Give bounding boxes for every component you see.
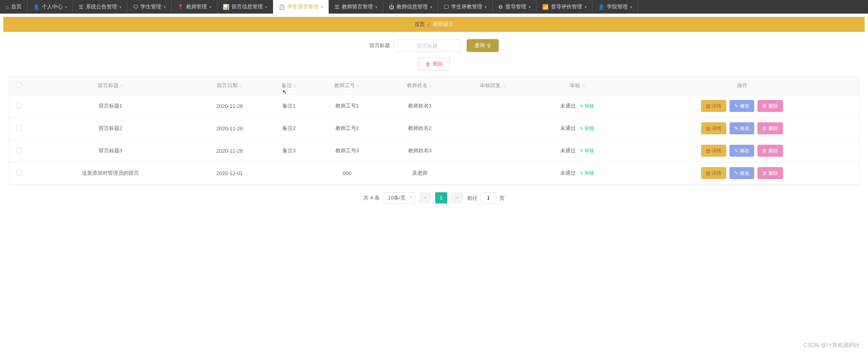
cell-tid: 教师工号2 [311,117,383,140]
edit-icon: ✎ [580,126,583,131]
trash-icon: 🗑 [762,103,767,109]
trash-icon: 🗑 [425,61,430,67]
col-header-0[interactable]: 留言标题◇ [29,76,192,95]
page-number-1[interactable]: 1 [435,192,447,203]
row-delete-button[interactable]: 🗑删除 [757,100,783,112]
edit-button[interactable]: ✎修改 [729,122,754,134]
edit-button[interactable]: ✎修改 [729,145,754,157]
detail-button[interactable]: ▤详情 [701,145,726,157]
col-label: 审核回复 [480,82,501,88]
col-header-3[interactable]: 教师工号◇ [311,76,383,95]
breadcrumb-home[interactable]: 首页 [414,21,425,28]
nav-item-7[interactable]: ☰教师留言管理▾ [329,0,383,14]
trash-icon: 🗑 [762,126,767,131]
col-header-1[interactable]: 留言日期◇ [192,76,267,95]
prev-page-button[interactable]: < [419,192,431,203]
audit-label: 审核 [585,148,594,154]
row-checkbox[interactable] [16,103,22,108]
nav-label: 教师信息管理 [396,3,428,10]
jump-suffix: 页 [499,195,505,201]
cell-tname: 吴老师 [383,162,456,184]
edit-button[interactable]: ✎修改 [729,100,754,112]
chevron-down-icon: ▾ [65,5,67,9]
query-button-label: 查询 [474,42,485,49]
sort-icon: ◇ [502,84,505,88]
pencil-icon: ✎ [734,170,738,176]
next-page-button[interactable]: > [451,192,463,203]
nav-item-11[interactable]: 📶督导评价管理▾ [537,0,593,14]
row-checkbox[interactable] [16,125,22,131]
col-label: 留言标题 [98,82,119,88]
row-delete-button[interactable]: 🗑删除 [757,122,783,134]
edit-button[interactable]: ✎修改 [729,167,754,179]
nav-item-6[interactable]: 📋学生留言管理▾ [273,0,329,14]
cell-date: 2020-11-26 [192,95,267,117]
row-delete-button[interactable]: 🗑删除 [757,145,783,157]
chevron-down-icon: ▾ [164,5,166,9]
btn-label: 修改 [740,170,749,177]
chevron-down-icon: ▾ [209,5,211,9]
doc-icon: ▤ [706,170,710,176]
col-header-7[interactable]: 操作 [626,76,859,95]
detail-button[interactable]: ▤详情 [701,100,726,112]
row-checkbox[interactable] [16,170,22,176]
trash-icon: 🗑 [762,170,767,176]
nav-item-3[interactable]: 🗨学生管理▾ [127,0,172,14]
nav-item-8[interactable]: ⏻教师信息管理▾ [383,0,438,14]
col-header-6[interactable]: 审核◇ [529,76,626,95]
nav-item-2[interactable]: ☰系统公告管理▾ [73,0,127,14]
breadcrumb-current: 教师留言 [433,21,454,28]
nav-item-5[interactable]: 📊留言信息管理▾ [217,0,273,14]
nav-item-10[interactable]: ⚙督导管理▾ [493,0,537,14]
query-button[interactable]: 查询 ⚲ [467,39,499,52]
delete-button[interactable]: 🗑 删除 [418,58,450,70]
doc-icon: ▤ [706,103,710,109]
audit-link[interactable]: ✎审核 [580,103,594,110]
chevron-down-icon: ▾ [529,5,531,9]
nav-item-4[interactable]: 📍教师管理▾ [172,0,217,14]
jump-input[interactable] [480,192,496,203]
nav-item-9[interactable]: 🖵学生评教管理▾ [438,0,493,14]
col-header-4[interactable]: 教师姓名◇ [383,76,456,95]
nav-icon: 👤 [33,4,40,10]
delete-button-label: 删除 [433,60,443,68]
status-text: 未通过 [560,125,576,132]
detail-button[interactable]: ▤详情 [701,122,726,134]
search-input[interactable] [393,39,461,52]
breadcrumb: 首页 / 教师留言 [3,17,865,32]
detail-button[interactable]: ▤详情 [701,167,726,179]
page-size-select[interactable]: 10条/页 [384,192,415,203]
col-header-2[interactable]: 备注◇ [268,76,311,95]
nav-item-0[interactable]: ⌂首页 [0,0,28,14]
btn-label: 删除 [769,170,778,177]
nav-label: 学生留言管理 [287,3,319,10]
search-label: 留言标题 [369,42,390,49]
cell-title: 留言标题2 [29,117,192,140]
nav-icon: 🗨 [133,4,138,10]
chevron-down-icon: ▾ [119,5,121,9]
doc-icon: ▤ [706,148,710,154]
audit-link[interactable]: ✎审核 [580,125,594,132]
cell-date: 2020-11-26 [192,117,267,140]
select-all-checkbox[interactable] [16,82,22,88]
audit-link[interactable]: ✎审核 [580,148,594,154]
nav-icon: 📋 [279,4,285,10]
cell-title: 留言标题3 [29,140,192,162]
btn-label: 删除 [769,148,778,154]
col-header-5[interactable]: 审核回复◇ [456,76,529,95]
audit-link[interactable]: ✎审核 [580,170,594,177]
nav-item-12[interactable]: 👤学院管理▾ [593,0,638,14]
audit-label: 审核 [585,103,594,110]
nav-icon: ⚙ [498,4,503,10]
cell-reply [456,117,529,140]
nav-label: 学院管理 [607,3,628,10]
cell-tid: 教师工号3 [311,140,383,162]
nav-item-1[interactable]: 👤个人中心▾ [28,0,73,14]
nav-label: 个人中心 [42,3,63,10]
table-row: 这里添加对管理员的留言2020-12-01000吴老师未通过✎审核▤详情✎修改🗑… [9,162,859,184]
page-jump: 前往 页 [467,192,505,203]
nav-label: 首页 [11,3,22,10]
row-delete-button[interactable]: 🗑删除 [757,167,783,179]
row-checkbox[interactable] [16,148,22,153]
cell-note: 备注3 [268,140,311,162]
